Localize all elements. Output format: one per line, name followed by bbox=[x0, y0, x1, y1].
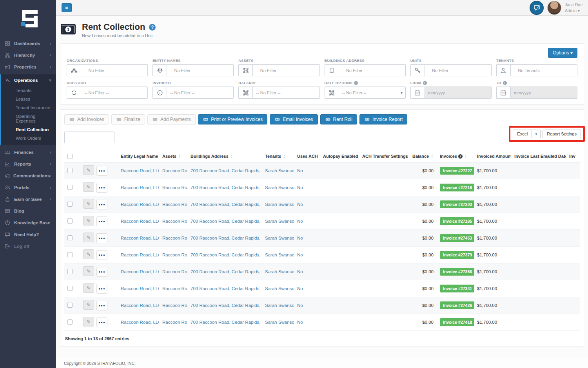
sidebar-item-hierarchy[interactable]: Hierarchy ‹ bbox=[0, 49, 56, 61]
entity-link[interactable]: Raccoon Road, LLC bbox=[121, 286, 159, 291]
entity-link[interactable]: Raccoon Road, LLC bbox=[121, 168, 159, 173]
tenant-link[interactable]: Sarah Swanson bbox=[265, 202, 294, 207]
entity-link[interactable]: Raccoon Road, LLC bbox=[121, 303, 159, 308]
edit-button[interactable]: ✎ bbox=[83, 216, 94, 225]
sidebar-item-operations[interactable]: Operations ▾ bbox=[1, 74, 56, 86]
asset-link[interactable]: Raccoon Road bbox=[162, 185, 187, 190]
building-address-link[interactable]: 700 Raccoon Road, Cedar Rapids, IA 52401 bbox=[191, 253, 262, 257]
filter-input-invoiced[interactable] bbox=[167, 87, 234, 99]
print-preview-invoices-button[interactable]: Print or Preview Invoices bbox=[198, 114, 267, 124]
rent-roll-button[interactable]: Rent Roll bbox=[320, 114, 357, 124]
building-address-link[interactable]: 700 Raccoon Road, Cedar Rapids, IA 52401 bbox=[191, 185, 262, 190]
tenant-link[interactable]: Sarah Swanson bbox=[265, 303, 294, 308]
sidebar-item-operating-expenses[interactable]: Operating Expenses bbox=[1, 112, 56, 125]
filter-input-tenants[interactable] bbox=[510, 64, 577, 76]
row-actions-button[interactable]: ●●● bbox=[96, 267, 107, 277]
row-actions-button[interactable]: ●●● bbox=[96, 233, 107, 243]
filter-input-uses-ach[interactable] bbox=[81, 87, 148, 99]
row-checkbox[interactable] bbox=[67, 185, 73, 190]
tenant-link[interactable]: Sarah Swanson bbox=[265, 236, 294, 240]
asset-link[interactable]: Raccoon Road bbox=[162, 253, 187, 257]
column-header-invoices[interactable]: Invoicesi bbox=[437, 150, 474, 162]
invoice-report-button[interactable]: Invoice Report bbox=[359, 114, 407, 124]
row-checkbox[interactable] bbox=[67, 252, 73, 257]
export-caret-button[interactable]: ▼ bbox=[532, 130, 541, 138]
sidebar-item-rent-collection[interactable]: Rent Collection bbox=[1, 125, 56, 134]
select-all-checkbox[interactable] bbox=[67, 154, 73, 159]
sidebar-item-blog[interactable]: Blog bbox=[0, 205, 56, 217]
tenant-link[interactable]: Sarah Swanson bbox=[265, 168, 294, 173]
row-checkbox[interactable] bbox=[67, 235, 73, 240]
row-checkbox[interactable] bbox=[67, 269, 73, 274]
building-address-link[interactable]: 700 Raccoon Road, Cedar Rapids, IA 52401 bbox=[191, 303, 262, 308]
tenant-link[interactable]: Sarah Swanson bbox=[265, 253, 294, 257]
row-actions-button[interactable]: ●●● bbox=[96, 200, 107, 209]
edit-button[interactable]: ✎ bbox=[83, 199, 94, 209]
column-header-ach-transfer-settings[interactable]: ACH Transfer Settings bbox=[359, 150, 409, 162]
building-address-link[interactable]: 700 Raccoon Road, Cedar Rapids, IA 52401 bbox=[191, 168, 262, 173]
tenant-link[interactable]: Sarah Swanson bbox=[265, 185, 294, 190]
sidebar-item-tenant-insurance[interactable]: Tenant Insurance bbox=[1, 103, 56, 112]
sidebar-item-leases[interactable]: Leases bbox=[1, 95, 56, 103]
sidebar-item-knowledge-base[interactable]: Knowledge Base bbox=[0, 217, 56, 229]
invoice-badge[interactable]: Invoice #27366 bbox=[440, 268, 474, 276]
column-header-invoiced-amount[interactable]: Invoiced Amount bbox=[474, 150, 511, 162]
row-actions-button[interactable]: ●●● bbox=[96, 216, 107, 226]
row-actions-button[interactable]: ●●● bbox=[96, 183, 107, 193]
building-address-link[interactable]: 700 Raccoon Road, Cedar Rapids, IA 52401 bbox=[191, 286, 262, 291]
asset-link[interactable]: Raccoon Road bbox=[162, 219, 187, 224]
filter-input-to[interactable] bbox=[510, 87, 577, 99]
row-checkbox[interactable] bbox=[67, 218, 73, 224]
filter-input-organizations[interactable] bbox=[81, 64, 148, 76]
sidebar-toggle-button[interactable]: ≡ bbox=[62, 3, 72, 12]
invoice-badge[interactable]: Invoice #27227 bbox=[440, 167, 474, 175]
column-header-tenants[interactable]: Tenants bbox=[262, 150, 294, 162]
row-checkbox[interactable] bbox=[67, 303, 73, 308]
asset-link[interactable]: Raccoon Road bbox=[162, 269, 187, 274]
filter-input-entity-names[interactable] bbox=[167, 64, 234, 76]
building-address-link[interactable]: 700 Raccoon Road, Cedar Rapids, IA 52401 bbox=[191, 320, 262, 325]
invoice-badge[interactable]: Invoice #27426 bbox=[440, 301, 474, 309]
building-address-link[interactable]: 700 Raccoon Road, Cedar Rapids, IA 52401 bbox=[191, 202, 262, 207]
help-icon[interactable]: ? bbox=[149, 24, 156, 31]
row-actions-button[interactable]: ●●● bbox=[96, 166, 107, 176]
row-checkbox[interactable] bbox=[67, 168, 73, 173]
filter-input-assets[interactable] bbox=[252, 64, 319, 76]
filter-input-units[interactable] bbox=[425, 64, 492, 76]
column-header-assets[interactable]: Assets bbox=[159, 150, 187, 162]
row-checkbox[interactable] bbox=[67, 319, 73, 325]
entity-link[interactable]: Raccoon Road, LLC bbox=[121, 269, 159, 274]
column-header-balance[interactable]: Balance bbox=[409, 150, 437, 162]
report-settings-button[interactable]: Report Settings bbox=[543, 130, 581, 138]
entity-link[interactable]: Raccoon Road, LLC bbox=[121, 219, 159, 224]
asset-link[interactable]: Raccoon Road bbox=[162, 168, 187, 173]
user-avatar[interactable] bbox=[547, 1, 561, 15]
options-button[interactable]: Options ▾ bbox=[548, 48, 577, 58]
column-header-buildings-address[interactable]: Buildings Address bbox=[187, 150, 262, 162]
filter-input-from[interactable] bbox=[425, 87, 492, 99]
building-address-link[interactable]: 700 Raccoon Road, Cedar Rapids, IA 52401 bbox=[191, 269, 262, 274]
email-invoices-button[interactable]: Email Invoices bbox=[270, 114, 318, 124]
sidebar-item-properties[interactable]: Properties ‹ bbox=[0, 61, 56, 73]
row-actions-button[interactable]: ●●● bbox=[96, 317, 107, 327]
building-address-link[interactable]: 700 Raccoon Road, Cedar Rapids, IA 52401 bbox=[191, 219, 262, 224]
entity-link[interactable]: Raccoon Road, LLC bbox=[121, 185, 159, 190]
edit-button[interactable]: ✎ bbox=[83, 283, 94, 293]
sidebar-item-reports[interactable]: Reports ‹ bbox=[0, 158, 56, 170]
column-header-entity-legal-name[interactable]: Entity Legal Name bbox=[118, 150, 159, 162]
asset-link[interactable]: Raccoon Road bbox=[162, 320, 187, 325]
row-actions-button[interactable]: ●●● bbox=[96, 250, 107, 260]
invoice-badge[interactable]: Invoice #27453 bbox=[440, 234, 474, 242]
tenant-link[interactable]: Sarah Swanson bbox=[265, 320, 294, 325]
feedback-chat-button[interactable] bbox=[530, 1, 544, 15]
edit-button[interactable]: ✎ bbox=[83, 300, 94, 310]
entity-link[interactable]: Raccoon Road, LLC bbox=[121, 253, 159, 257]
edit-button[interactable]: ✎ bbox=[83, 266, 94, 276]
column-header-autopay-enabled[interactable]: Autopay Enabled bbox=[320, 150, 359, 162]
asset-link[interactable]: Raccoon Road bbox=[162, 286, 187, 291]
tenant-link[interactable]: Sarah Swanson bbox=[265, 219, 294, 224]
table-search-input[interactable] bbox=[64, 132, 114, 143]
invoice-badge[interactable]: Invoice #27185 bbox=[440, 217, 474, 225]
entity-link[interactable]: Raccoon Road, LLC bbox=[121, 236, 159, 240]
asset-link[interactable]: Raccoon Road bbox=[162, 202, 187, 207]
